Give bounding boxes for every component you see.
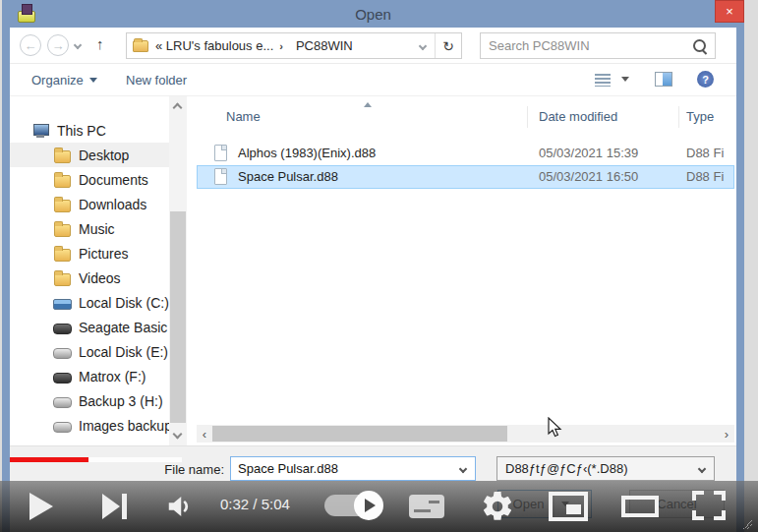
- autoplay-play-icon: [354, 491, 383, 520]
- video-progress-played: [10, 457, 88, 462]
- file-icon: [214, 168, 227, 185]
- up-button[interactable]: ↑: [96, 35, 104, 52]
- file-date: 05/03/2021 15:39: [539, 146, 638, 160]
- next-video-button[interactable]: [102, 494, 130, 519]
- column-header-name[interactable]: Name: [226, 109, 261, 124]
- sidebar-item-matrox-f[interactable]: Matrox (F:): [10, 364, 169, 388]
- forward-button[interactable]: →: [47, 34, 69, 56]
- file-name-label: File name:: [69, 462, 224, 477]
- file-icon: [214, 145, 227, 161]
- breadcrumb-current[interactable]: PC88WIN: [296, 38, 353, 53]
- folder-icon: [133, 40, 148, 52]
- sidebar-item-label: Pictures: [79, 246, 129, 262]
- computer-icon: [31, 123, 49, 139]
- preview-pane-icon[interactable]: [655, 72, 672, 87]
- sidebar-item-local-disk-c[interactable]: Local Disk (C:): [10, 290, 169, 315]
- address-bar[interactable]: « LRU's fabulous e... › PC88WIN ↻: [126, 32, 462, 59]
- drive-icon: [53, 344, 71, 360]
- sidebar-item-label: This PC: [57, 123, 106, 139]
- folder-icon: [53, 148, 71, 163]
- sidebar-item-images-backup-i[interactable]: Images backup (I: [10, 413, 169, 438]
- sidebar-item-label: Documents: [79, 172, 148, 188]
- new-folder-button[interactable]: New folder: [126, 73, 187, 88]
- sidebar-item-label: Music: [79, 221, 115, 237]
- subtitles-icon[interactable]: [409, 495, 444, 518]
- scroll-left-icon[interactable]: ‹: [197, 425, 212, 443]
- drive-icon: [53, 369, 71, 384]
- navigation-pane: This PC Desktop Documents Downloads: [10, 96, 169, 445]
- organize-label: Organize: [31, 73, 84, 88]
- video-player-controls: 0:32 / 5:04: [0, 481, 758, 532]
- fullscreen-icon[interactable]: [692, 491, 726, 520]
- address-dropdown-chevron-icon[interactable]: [419, 41, 427, 49]
- drive-icon: [53, 295, 71, 311]
- sidebar-item-this-pc[interactable]: This PC: [10, 118, 169, 143]
- autoplay-toggle[interactable]: [324, 495, 378, 516]
- close-button[interactable]: ×: [715, 0, 744, 23]
- breadcrumb-parent[interactable]: « LRU's fabulous e...: [155, 38, 273, 53]
- time-display: 0:32 / 5:04: [220, 496, 290, 512]
- scroll-right-icon[interactable]: ›: [719, 425, 734, 443]
- main-area: This PC Desktop Documents Downloads: [10, 96, 736, 445]
- horizontal-scrollbar[interactable]: ‹ ›: [197, 425, 734, 443]
- file-list: Name Date modified Type Alphos (1983)(En…: [197, 96, 734, 445]
- column-header-type[interactable]: Type: [686, 109, 714, 124]
- search-input[interactable]: [481, 38, 691, 53]
- miniplayer-icon[interactable]: [549, 492, 588, 521]
- window-title: Open: [355, 6, 391, 23]
- back-button[interactable]: ←: [20, 34, 41, 56]
- close-icon: ×: [726, 4, 733, 19]
- file-name-input[interactable]: [231, 461, 460, 476]
- sidebar-item-label: Seagate Basic (D:: [79, 320, 169, 335]
- resize-grip[interactable]: [742, 519, 752, 529]
- chevron-down-icon[interactable]: [459, 464, 467, 472]
- sidebar-item-label: Local Disk (C:): [79, 295, 169, 311]
- sidebar-item-videos[interactable]: Videos: [10, 266, 169, 290]
- sidebar-item-label: Videos: [79, 270, 121, 286]
- column-header-date-modified[interactable]: Date modified: [539, 109, 617, 124]
- sidebar-item-label: Matrox (F:): [79, 369, 146, 384]
- theater-mode-icon[interactable]: [621, 496, 659, 517]
- file-name: Alphos (1983)(Enix).d88: [238, 146, 376, 160]
- title-bar[interactable]: Open ×: [2, 0, 744, 28]
- file-type: D88 Fi: [686, 146, 724, 160]
- sidebar-item-local-disk-e[interactable]: Local Disk (E:): [10, 339, 169, 364]
- volume-icon[interactable]: [165, 492, 195, 521]
- file-date: 05/03/2021 16:50: [539, 169, 638, 184]
- sidebar-item-backup-3-h[interactable]: Backup 3 (H:): [10, 388, 169, 413]
- video-progress-bar[interactable]: [0, 457, 758, 463]
- command-toolbar: Organize New folder ?: [10, 64, 736, 96]
- view-options-chevron-icon[interactable]: [621, 77, 629, 82]
- settings-gear-icon[interactable]: [480, 489, 515, 524]
- up-icon: ↑: [96, 35, 104, 52]
- folder-icon: [53, 246, 71, 262]
- sidebar-item-label: Backup 3 (H:): [79, 393, 163, 409]
- file-row-space-pulsar[interactable]: Space Pulsar.d88 05/03/2021 16:50 D88 Fi: [197, 165, 734, 189]
- sidebar-scrollbar[interactable]: [169, 96, 187, 445]
- file-type-value: D88ƒtƒ@ƒCƒ‹(*.D88): [497, 461, 699, 476]
- sidebar-item-documents[interactable]: Documents: [10, 167, 169, 192]
- file-row-alphos[interactable]: Alphos (1983)(Enix).d88 05/03/2021 15:39…: [197, 142, 734, 165]
- change-view-icon[interactable]: [595, 74, 611, 87]
- sidebar-item-downloads[interactable]: Downloads: [10, 192, 169, 216]
- scroll-down-icon[interactable]: [173, 430, 183, 440]
- sidebar-item-pictures[interactable]: Pictures: [10, 241, 169, 266]
- chevron-down-icon: [89, 78, 97, 83]
- scroll-up-icon[interactable]: [173, 103, 183, 113]
- play-button[interactable]: [29, 493, 53, 520]
- organize-menu[interactable]: Organize: [31, 73, 97, 88]
- sidebar-scrollbar-thumb[interactable]: [170, 211, 186, 423]
- horizontal-scrollbar-thumb[interactable]: [212, 426, 507, 442]
- sidebar-item-seagate-basic-d[interactable]: Seagate Basic (D:: [10, 315, 169, 339]
- search-icon: [691, 37, 709, 55]
- folder-icon: [53, 221, 71, 237]
- sidebar-item-desktop[interactable]: Desktop: [10, 143, 169, 167]
- back-icon: ←: [25, 38, 37, 53]
- column-headers: Name Date modified Type: [197, 102, 734, 130]
- search-box: [480, 32, 716, 59]
- navigation-bar: ← → ↑ « LRU's fabulous e... › PC88WIN ↻: [10, 28, 736, 64]
- recent-locations-chevron-icon[interactable]: [74, 41, 82, 49]
- help-button[interactable]: ?: [697, 71, 714, 88]
- sidebar-item-music[interactable]: Music: [10, 216, 169, 241]
- refresh-button[interactable]: ↻: [436, 38, 461, 54]
